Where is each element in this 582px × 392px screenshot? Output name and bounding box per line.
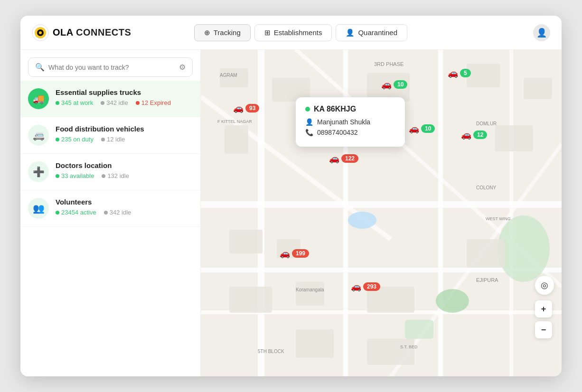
map-marker-m2[interactable]: 🚗 5 <box>448 68 471 78</box>
svg-rect-23 <box>524 78 552 99</box>
logo-area: OLA CONNECTS <box>32 24 131 41</box>
stat-idle-food: 12 idle <box>101 136 125 143</box>
zoom-in-icon: + <box>541 304 546 314</box>
svg-point-3 <box>39 31 42 34</box>
user-avatar[interactable]: 👤 <box>533 24 550 41</box>
map-marker-m8[interactable]: 🚗 293 <box>351 281 380 292</box>
stat-available: 33 available <box>56 172 94 179</box>
svg-text:AGRAM: AGRAM <box>220 73 237 78</box>
marker-badge-m1: 10 <box>394 80 407 89</box>
stat-expired: 12 Expired <box>136 99 171 106</box>
locate-icon: ◎ <box>541 280 548 290</box>
tab-quarantined[interactable]: 👤 Quarantined <box>336 24 407 41</box>
header: OLA CONNECTS ⊕ Tracking ⊞ Establishments… <box>20 16 562 50</box>
svg-text:EJIPURA: EJIPURA <box>476 277 498 283</box>
svg-rect-32 <box>296 329 334 358</box>
item-stats-essential-trucks: 345 at work 342 idle 12 Expired <box>56 99 193 106</box>
item-icon-food-vehicles: 🚐 <box>28 125 49 146</box>
item-icon-volunteers: 👥 <box>28 198 49 219</box>
stat-active: 23454 active <box>56 209 96 216</box>
map-marker-m4[interactable]: 🚗 10 <box>409 123 435 134</box>
item-icon-essential-trucks: 🚚 <box>28 88 49 109</box>
svg-rect-25 <box>495 125 533 151</box>
locate-button[interactable]: ◎ <box>535 276 554 295</box>
item-title-essential-trucks: Essential supplies trucks <box>56 88 193 96</box>
marker-badge-m2: 5 <box>460 69 471 77</box>
popup-title: KA 86KHJG <box>305 105 395 113</box>
main-content: 🔍 ⚙ 🚚 Essential supplies trucks 345 at w… <box>20 50 562 376</box>
nav-tabs: ⊕ Tracking ⊞ Establishments 👤 Quarantine… <box>194 24 407 41</box>
map-marker-m7[interactable]: 🚗 199 <box>280 248 309 259</box>
app-window: OLA CONNECTS ⊕ Tracking ⊞ Establishments… <box>20 16 562 376</box>
item-stats-volunteers: 23454 active 342 idle <box>56 209 193 216</box>
svg-rect-33 <box>367 339 414 365</box>
popup-driver-row: 👤 Manjunath Shukla <box>305 118 395 126</box>
zoom-in-button[interactable]: + <box>535 300 552 317</box>
stat-at-work: 345 at work <box>56 99 93 106</box>
svg-text:F KITTEL NAGAR: F KITTEL NAGAR <box>217 119 252 124</box>
ola-logo-icon <box>32 24 49 41</box>
tab-establishments[interactable]: ⊞ Establishments <box>254 24 332 41</box>
map-marker-m3[interactable]: 🚗 93 <box>233 103 259 113</box>
map-popup: KA 86KHJG 👤 Manjunath Shukla 📞 089874004… <box>296 97 405 147</box>
search-bar[interactable]: 🔍 ⚙ <box>28 57 193 77</box>
list-item[interactable]: 🚐 Food distribution vehicles 235 on duty… <box>20 117 200 154</box>
tracking-icon: ⊕ <box>204 28 210 37</box>
svg-point-18 <box>348 212 376 229</box>
phone-icon: 📞 <box>305 129 313 136</box>
svg-rect-30 <box>296 282 324 306</box>
tab-tracking[interactable]: ⊕ Tracking <box>194 24 251 41</box>
svg-rect-24 <box>225 125 248 154</box>
svg-point-16 <box>436 289 469 313</box>
svg-text:5TH BLOCK: 5TH BLOCK <box>258 349 284 354</box>
svg-text:3RD PHASE: 3RD PHASE <box>374 61 404 67</box>
svg-rect-8 <box>258 50 264 376</box>
stat-idle-doctors: 132 idle <box>102 172 129 179</box>
item-title-food-vehicles: Food distribution vehicles <box>56 125 193 133</box>
search-icon: 🔍 <box>35 63 45 72</box>
establishments-icon: ⊞ <box>264 28 271 37</box>
list-item[interactable]: 🚚 Essential supplies trucks 345 at work … <box>20 81 200 117</box>
map-area[interactable]: 3RD PHASE DOMLUR COLONY WEST WING EJIPUR… <box>201 50 562 376</box>
sidebar: 🔍 ⚙ 🚚 Essential supplies trucks 345 at w… <box>20 50 201 376</box>
popup-phone-row: 📞 08987400432 <box>305 129 395 136</box>
svg-text:WEST WING: WEST WING <box>486 216 511 221</box>
map-marker-m1[interactable]: 🚗 10 <box>381 79 407 90</box>
marker-badge-m8: 293 <box>363 282 380 291</box>
zoom-out-icon: − <box>541 325 546 335</box>
svg-rect-28 <box>467 239 505 268</box>
stat-idle-trucks: 342 idle <box>101 99 128 106</box>
zoom-out-button[interactable]: − <box>535 321 552 338</box>
item-stats-food-vehicles: 235 on duty 12 idle <box>56 136 193 143</box>
svg-rect-26 <box>229 230 263 253</box>
svg-text:S.T. BED: S.T. BED <box>400 345 418 349</box>
map-marker-m6[interactable]: 🚗 122 <box>329 153 358 164</box>
svg-rect-22 <box>467 64 500 87</box>
svg-rect-19 <box>220 68 248 87</box>
list-item[interactable]: 👥 Volunteers 23454 active 342 idle <box>20 190 200 227</box>
svg-text:DOMLUR: DOMLUR <box>476 121 497 126</box>
person-icon: 👤 <box>305 118 313 126</box>
svg-point-15 <box>498 215 550 282</box>
quarantined-icon: 👤 <box>346 28 355 37</box>
search-input[interactable] <box>48 64 179 71</box>
popup-status-dot <box>305 107 310 112</box>
filter-icon[interactable]: ⚙ <box>179 63 186 72</box>
user-icon: 👤 <box>536 28 547 38</box>
map-controls: ◎ + − <box>535 276 554 338</box>
stat-idle-volunteers: 342 idle <box>104 209 131 216</box>
map-marker-m5[interactable]: 🚗 12 <box>461 130 487 140</box>
marker-badge-m5: 12 <box>473 131 487 139</box>
svg-rect-10 <box>438 50 443 376</box>
svg-text:Koramangala: Koramangala <box>296 287 324 292</box>
marker-badge-m6: 122 <box>341 154 358 163</box>
marker-badge-m4: 10 <box>421 124 435 133</box>
marker-badge-m3: 93 <box>245 104 259 112</box>
list-item[interactable]: ➕ Doctors location 33 available 132 idle <box>20 154 200 190</box>
item-stats-doctors: 33 available 132 idle <box>56 172 193 179</box>
svg-rect-17 <box>405 320 433 339</box>
item-title-volunteers: Volunteers <box>56 198 193 206</box>
stat-on-duty: 235 on duty <box>56 136 94 143</box>
item-icon-doctors: ➕ <box>28 161 49 182</box>
svg-text:COLONY: COLONY <box>476 185 497 190</box>
